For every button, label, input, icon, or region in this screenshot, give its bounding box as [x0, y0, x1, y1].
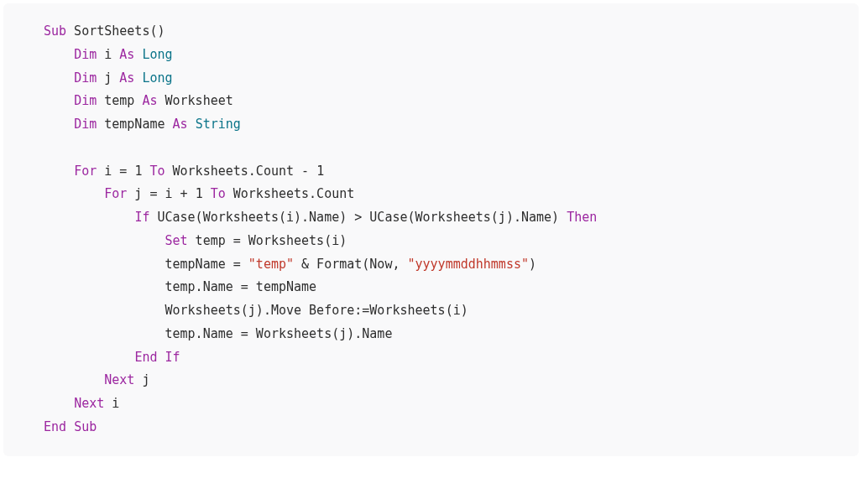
token-ident: tempName = — [165, 257, 248, 272]
token-kw: Then — [567, 210, 597, 225]
token-ident: i = — [97, 164, 134, 179]
token-kw: If — [165, 350, 180, 365]
token-kw: Sub — [74, 419, 97, 434]
token-ident: tempName — [97, 117, 172, 132]
token-kw: If — [134, 210, 149, 225]
code-line: Dim i As Long — [44, 47, 173, 62]
token-kw: For — [74, 164, 97, 179]
token-kw: Sub — [44, 23, 66, 39]
token-ident: & Format(Now, — [294, 257, 407, 272]
code-content: Sub SortSheets() Dim i As Long Dim j As … — [44, 23, 597, 434]
code-line: For j = i + 1 To Worksheets.Count — [44, 186, 354, 201]
token-kw: End — [44, 419, 66, 434]
token-ident — [66, 419, 74, 434]
token-ident: Worksheets.Count - — [165, 164, 317, 179]
token-kw: To — [149, 164, 165, 179]
token-kw: Next — [74, 396, 104, 411]
token-kw: Dim — [74, 47, 97, 62]
token-ident: Worksheet — [157, 93, 232, 108]
token-ident: Worksheets(j).Move Before:=Worksheets(i) — [165, 303, 468, 318]
token-kw: As — [142, 93, 157, 108]
token-ident: j — [134, 372, 149, 387]
token-type: Long — [142, 47, 172, 62]
token-kw: Set — [165, 233, 188, 248]
token-ident: temp — [97, 93, 142, 108]
token-ident: UCase(Worksheets(i).Name) > UCase(Worksh… — [149, 210, 567, 225]
token-ident: i — [104, 396, 119, 411]
code-line: Dim j As Long — [44, 70, 173, 86]
token-kw: For — [104, 186, 127, 201]
token-kw: Dim — [74, 93, 97, 108]
code-line: Set temp = Worksheets(i) — [44, 233, 347, 248]
code-line: Sub SortSheets() — [44, 23, 165, 39]
token-kw: As — [119, 70, 134, 86]
token-ident: j — [97, 70, 119, 86]
code-line: Dim temp As Worksheet — [44, 93, 233, 108]
code-line: End Sub — [44, 419, 97, 434]
token-num: 1 — [196, 186, 203, 201]
token-ident: temp.Name = Worksheets(j).Name — [165, 326, 393, 341]
code-line: If UCase(Worksheets(i).Name) > UCase(Wor… — [44, 210, 597, 225]
token-kw: As — [173, 117, 188, 132]
token-ident: temp = Worksheets(i) — [188, 233, 347, 248]
code-line: temp.Name = tempName — [44, 279, 316, 294]
code-block: Sub SortSheets() Dim i As Long Dim j As … — [3, 3, 859, 456]
token-kw: Dim — [74, 70, 97, 86]
token-ident: ) — [529, 257, 536, 272]
code-line: For i = 1 To Worksheets.Count - 1 — [44, 164, 324, 179]
token-ident: i — [97, 47, 119, 62]
token-ident: j = i + — [127, 186, 195, 201]
token-num: 1 — [316, 164, 324, 179]
code-line: Next i — [44, 396, 119, 411]
token-kw: Dim — [74, 117, 97, 132]
token-ident — [203, 186, 211, 201]
token-type: String — [196, 117, 241, 132]
code-line: Next j — [44, 372, 149, 387]
token-kw: As — [119, 47, 134, 62]
token-kw: Next — [104, 372, 134, 387]
token-ident: temp.Name = tempName — [165, 279, 317, 294]
code-line: Worksheets(j).Move Before:=Worksheets(i) — [44, 303, 468, 318]
token-ident: SortSheets() — [66, 23, 165, 39]
token-kw: End — [134, 350, 157, 365]
token-kw: To — [211, 186, 226, 201]
token-str: "yyyymmddhhmmss" — [408, 257, 530, 272]
code-line: Dim tempName As String — [44, 117, 241, 132]
code-line: temp.Name = Worksheets(j).Name — [44, 326, 392, 341]
token-ident — [157, 350, 165, 365]
code-line: End If — [44, 350, 180, 365]
token-ident — [188, 117, 196, 132]
token-ident: Worksheets.Count — [226, 186, 355, 201]
token-type: Long — [142, 70, 172, 86]
token-str: "temp" — [248, 257, 294, 272]
code-line: tempName = "temp" & Format(Now, "yyyymmd… — [44, 257, 536, 272]
